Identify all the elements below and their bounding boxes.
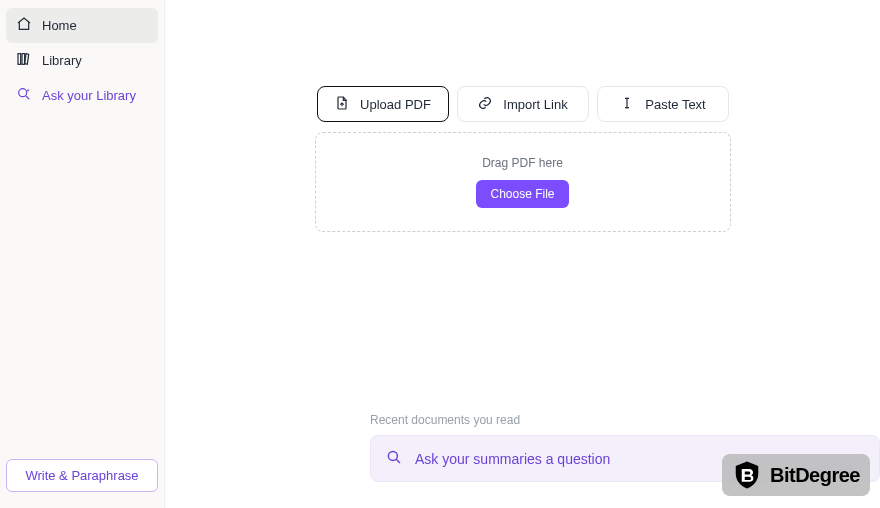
home-icon [16, 16, 32, 35]
search-sparkle-icon [16, 86, 32, 105]
write-paraphrase-button[interactable]: Write & Paraphrase [6, 459, 158, 492]
choose-file-button[interactable]: Choose File [476, 180, 568, 208]
library-icon [16, 51, 32, 70]
recent-documents-label: Recent documents you read [370, 413, 880, 427]
main-content: Upload PDF Import Link Paste Text Drag P… [165, 0, 880, 508]
sidebar-spacer [6, 113, 158, 459]
tab-paste-text[interactable]: Paste Text [597, 86, 729, 122]
sidebar: Home Library Ask your Library Write & Pa… [0, 0, 165, 508]
pdf-upload-icon [334, 95, 350, 114]
sidebar-item-library[interactable]: Library [6, 43, 158, 78]
sidebar-item-ask-library[interactable]: Ask your Library [6, 78, 158, 113]
brand-logo-icon [732, 460, 762, 490]
svg-point-2 [19, 89, 27, 97]
sidebar-item-label: Ask your Library [42, 88, 136, 103]
tab-label: Import Link [503, 97, 567, 112]
link-icon [477, 95, 493, 114]
svg-rect-0 [18, 54, 21, 65]
brand-name: BitDegree [770, 464, 860, 487]
tab-upload-pdf[interactable]: Upload PDF [317, 86, 449, 122]
text-cursor-icon [619, 95, 635, 114]
pdf-dropzone[interactable]: Drag PDF here Choose File [315, 132, 731, 232]
svg-point-3 [388, 451, 397, 460]
brand-watermark: BitDegree [722, 454, 870, 496]
sidebar-item-label: Home [42, 18, 77, 33]
sidebar-item-label: Library [42, 53, 82, 68]
sidebar-item-home[interactable]: Home [6, 8, 158, 43]
search-sparkle-icon [385, 448, 403, 469]
dropzone-hint: Drag PDF here [482, 156, 563, 170]
input-tabs: Upload PDF Import Link Paste Text [317, 86, 729, 122]
tab-label: Paste Text [645, 97, 705, 112]
tab-label: Upload PDF [360, 97, 431, 112]
tab-import-link[interactable]: Import Link [457, 86, 589, 122]
ask-bar-placeholder: Ask your summaries a question [415, 451, 610, 467]
